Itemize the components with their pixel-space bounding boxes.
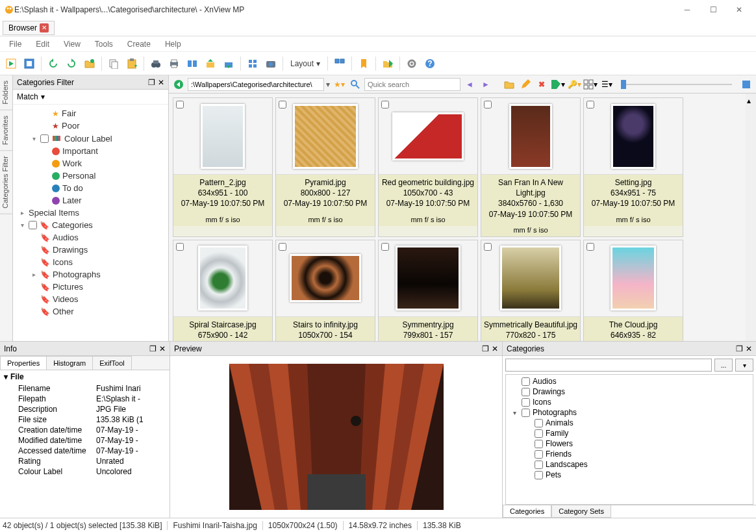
thumbnails-icon[interactable] [331, 55, 348, 72]
tab-histogram[interactable]: Histogram [46, 356, 93, 370]
category-checkbox[interactable] [535, 440, 543, 448]
favorite-star-icon[interactable]: ★▾ [332, 77, 346, 92]
thumbnail-checkbox[interactable] [484, 243, 492, 251]
category-checkbox[interactable] [522, 409, 530, 417]
category-checkbox[interactable] [535, 461, 543, 469]
play-icon[interactable] [3, 55, 19, 72]
view-mode-icon[interactable]: ▾ [583, 77, 598, 92]
category-row[interactable]: Landscapes [507, 459, 751, 470]
folder-open-icon[interactable] [502, 77, 516, 92]
thumbnail-card[interactable]: San Fran In A New Light.jpg 3840x5760 - … [481, 97, 581, 237]
menu-create[interactable]: Create [121, 38, 157, 50]
layout-dropdown[interactable]: Layout ▾ [286, 59, 324, 68]
category-checkbox[interactable] [535, 419, 543, 427]
zoom-slider[interactable] [621, 80, 626, 89]
thumbnail-card[interactable]: Pattern_2.jpg 634x951 - 100 07-May-19 10… [173, 97, 273, 237]
category-search-input[interactable] [505, 359, 712, 372]
import-icon[interactable] [202, 55, 219, 72]
thumbnail-checkbox[interactable] [176, 101, 184, 108]
refresh-ccw-icon[interactable] [45, 55, 62, 72]
tree-item[interactable]: Important [13, 145, 168, 157]
category-checkbox[interactable] [522, 377, 530, 386]
tree-item[interactable]: ▸Special Items [13, 207, 168, 219]
thumbnail-card[interactable]: Symmetrically Beautiful.jpg 770x820 - 17… [481, 240, 581, 341]
maximize-button[interactable]: ☐ [700, 1, 726, 19]
scroll-up-icon[interactable]: ▴ [747, 96, 755, 104]
tree-item[interactable]: Later [13, 194, 168, 207]
close-tab-icon[interactable]: ✕ [40, 23, 49, 32]
menu-edit[interactable]: Edit [29, 38, 56, 50]
menu-help[interactable]: Help [158, 38, 188, 50]
category-row[interactable]: Audios [507, 376, 751, 386]
thumbnail-card[interactable]: Spiral Staircase.jpg 675x900 - 142 07-Ma… [173, 240, 273, 341]
thumbnail-checkbox[interactable] [381, 243, 389, 251]
tag-folder-icon[interactable] [379, 55, 396, 72]
tree-item[interactable]: Work [13, 157, 168, 170]
menu-tools[interactable]: Tools [88, 38, 120, 50]
close-panel-icon[interactable]: ✕ [159, 344, 166, 353]
prev-icon[interactable]: ◄ [462, 77, 477, 92]
undock-icon[interactable]: ❐ [482, 344, 489, 353]
category-checkbox[interactable] [522, 398, 530, 407]
thumbnail-checkbox[interactable] [381, 101, 389, 108]
category-search-button[interactable]: ... [714, 359, 733, 372]
tree-item[interactable]: To do [13, 182, 168, 194]
binoculars-icon[interactable] [147, 55, 164, 72]
thumbnail-card[interactable]: The Cloud.jpg 646x935 - 82 07-May-19 10:… [583, 240, 683, 341]
sort-icon[interactable]: ☰▾ [599, 77, 614, 92]
category-row[interactable]: Drawings [507, 386, 751, 397]
tag-icon[interactable]: ▾ [551, 77, 565, 92]
match-dropdown[interactable]: Match ▾ [13, 90, 168, 105]
thumbnail-checkbox[interactable] [586, 243, 594, 251]
tab-browser[interactable]: Browser ✕ [3, 21, 55, 35]
back-icon[interactable] [171, 77, 186, 92]
path-input[interactable] [188, 78, 324, 91]
close-button[interactable]: ✕ [726, 1, 752, 19]
undock-icon[interactable]: ❐ [148, 78, 155, 87]
tree-item[interactable]: 🔖Videos [13, 293, 168, 305]
category-row[interactable]: Flowers [507, 438, 751, 449]
menu-view[interactable]: View [57, 38, 87, 50]
category-checkbox[interactable] [535, 450, 543, 459]
camera-icon[interactable] [262, 55, 279, 72]
thumbnail-card[interactable]: Setting.jpg 634x951 - 75 07-May-19 10:07… [583, 97, 683, 237]
category-row[interactable]: Pets [507, 470, 751, 480]
side-tab-folders[interactable]: Folders [0, 75, 12, 110]
undock-icon[interactable]: ❐ [736, 344, 743, 353]
category-checkbox[interactable] [535, 471, 543, 479]
undock-icon[interactable]: ❐ [149, 344, 157, 353]
paste-icon[interactable] [123, 55, 140, 72]
print-icon[interactable] [166, 55, 183, 72]
tree-item[interactable]: ★Poor [13, 120, 168, 132]
tree-item[interactable]: 🔖Pictures [13, 281, 168, 293]
tab-category-sets[interactable]: Category Sets [551, 505, 611, 518]
thumbnail-card[interactable]: Stairs to infinity.jpg 1050x700 - 154 07… [275, 240, 375, 341]
fullscreen-icon[interactable] [21, 55, 38, 72]
thumbnail-card[interactable]: Symmentry.jpg 799x801 - 157 07-May-19 10… [378, 240, 478, 341]
category-checkbox[interactable] [535, 429, 543, 438]
quick-search-input[interactable] [364, 78, 460, 91]
category-row[interactable]: ▾Photographs [507, 407, 751, 418]
category-row[interactable]: Animals [507, 418, 751, 428]
tab-categories[interactable]: Categories [503, 505, 551, 518]
multipage-icon[interactable] [244, 55, 261, 72]
menu-file[interactable]: File [3, 38, 28, 50]
tree-item[interactable]: Personal [13, 170, 168, 182]
tree-item[interactable]: ▾ Colour Label [13, 132, 168, 145]
thumbnail-checkbox[interactable] [484, 101, 492, 108]
tab-properties[interactable]: Properties [0, 356, 47, 370]
export-icon[interactable] [220, 55, 237, 72]
search-icon[interactable] [348, 77, 362, 92]
bookmark-menu-icon[interactable] [355, 55, 372, 72]
category-row[interactable]: Friends [507, 449, 751, 459]
thumbnail-card[interactable]: Pyramid.jpg 800x800 - 127 07-May-19 10:0… [275, 97, 375, 237]
copy-icon[interactable] [105, 55, 122, 72]
refresh-cw-icon[interactable] [63, 55, 80, 72]
side-tab-categories-filter[interactable]: Categories Filter [0, 151, 12, 214]
tab-exiftool[interactable]: ExifTool [92, 356, 132, 370]
edit-icon[interactable] [518, 77, 533, 92]
folder-new-icon[interactable] [81, 55, 98, 72]
delete-icon[interactable]: ✖ [535, 77, 549, 92]
thumbnail-checkbox[interactable] [279, 101, 286, 108]
next-icon[interactable]: ► [479, 77, 493, 92]
